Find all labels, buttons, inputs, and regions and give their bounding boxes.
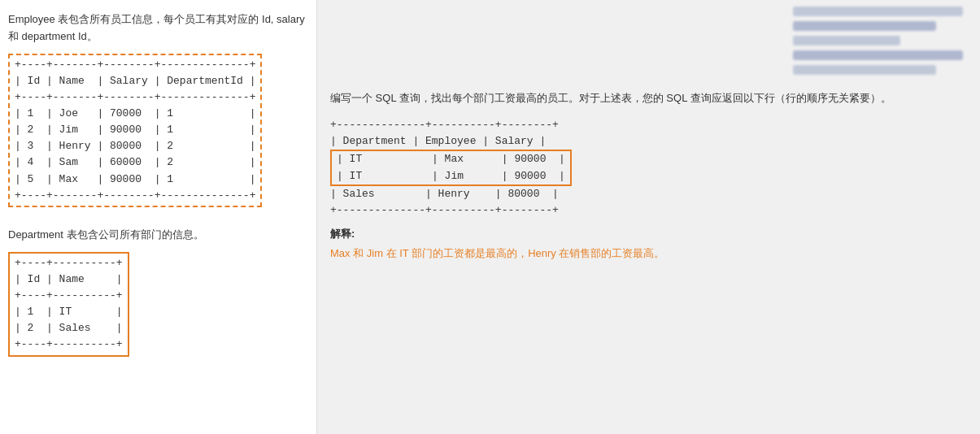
- employee-table-container: +----+-------+--------+--------------+ |…: [8, 54, 262, 207]
- blur-line-5: [793, 65, 936, 75]
- blur-line-3: [793, 36, 900, 46]
- employee-description: Employee 表包含所有员工信息，每个员工有其对应的 Id, salary …: [8, 11, 308, 46]
- employee-keyword: Employee 表包含所有员工信息，每个员工有其对应的 Id, salary …: [8, 13, 305, 42]
- blur-line-4: [793, 50, 963, 60]
- blur-line-2: [793, 21, 936, 31]
- left-panel: Employee 表包含所有员工信息，每个员工有其对应的 Id, salary …: [0, 0, 317, 434]
- result-footer-line: +--------------+----------+--------+: [330, 202, 967, 219]
- explain-section: 解释: Max 和 Jim 在 IT 部门的工资都是最高的，Henry 在销售部…: [330, 227, 967, 263]
- blur-line-1: [793, 7, 963, 16]
- right-panel: 编写一个 SQL 查询，找出每个部门工资最高的员工。对于上述表，您的 SQL 查…: [317, 0, 980, 434]
- question-section: 编写一个 SQL 查询，找出每个部门工资最高的员工。对于上述表，您的 SQL 查…: [330, 89, 967, 107]
- department-table: +----+----------+ | Id | Name | +----+--…: [10, 254, 128, 355]
- explain-title: 解释:: [330, 227, 967, 241]
- department-section: Department 表包含公司所有部门的信息。 +----+---------…: [8, 227, 308, 365]
- highlighted-result-rows: | IT | Max | 90000 | | IT | Jim | 90000 …: [330, 150, 572, 185]
- highlighted-rows-content: | IT | Max | 90000 | | IT | Jim | 90000 …: [332, 151, 570, 184]
- question-text: 编写一个 SQL 查询，找出每个部门工资最高的员工。对于上述表，您的 SQL 查…: [330, 89, 967, 107]
- result-table-section: +--------------+----------+--------+ | D…: [330, 117, 967, 219]
- employee-table: +----+-------+--------+--------------+ |…: [10, 55, 260, 206]
- explain-body: Max 和 Jim 在 IT 部门的工资都是最高的，Henry 在销售部的工资最…: [330, 245, 967, 263]
- department-table-container: +----+----------+ | Id | Name | +----+--…: [8, 252, 129, 357]
- blurred-content: [793, 7, 972, 80]
- result-header-line: +--------------+----------+--------+ | D…: [330, 117, 967, 150]
- department-description: Department 表包含公司所有部门的信息。: [8, 227, 308, 244]
- result-normal-row: | Sales | Henry | 80000 |: [330, 186, 967, 202]
